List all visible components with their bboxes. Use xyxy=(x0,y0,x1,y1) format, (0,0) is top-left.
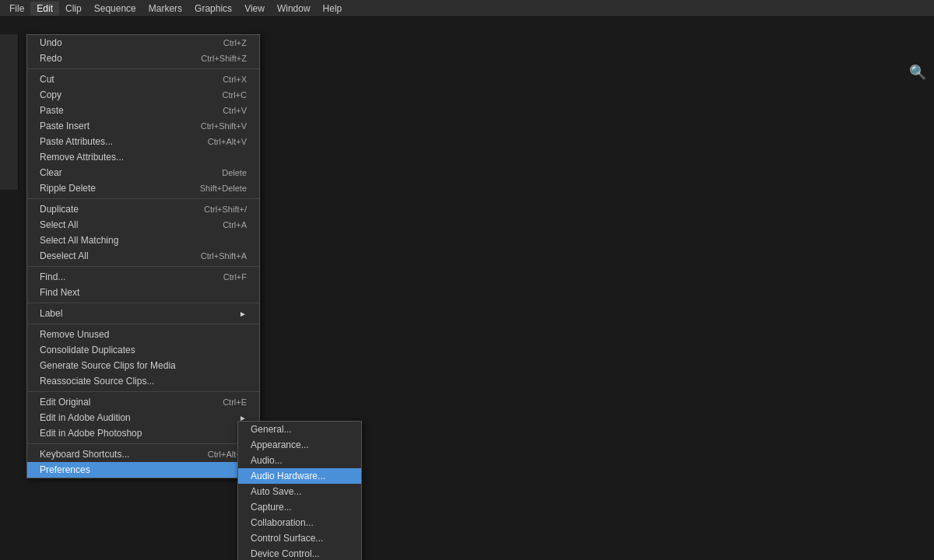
menu-markers[interactable]: Markers xyxy=(142,2,188,16)
pref-audio-hardware[interactable]: Audio Hardware... xyxy=(238,468,361,484)
menu-item-remove-attributes[interactable]: Remove Attributes... xyxy=(27,149,259,165)
left-panel xyxy=(0,34,19,190)
menu-item-remove-unused[interactable]: Remove Unused xyxy=(27,327,259,342)
menu-item-generate-source-clips[interactable]: Generate Source Clips for Media xyxy=(27,358,259,373)
separator-2 xyxy=(27,198,259,199)
separator-6 xyxy=(27,391,259,392)
menu-item-label[interactable]: Label ► xyxy=(27,306,259,321)
menu-item-cut[interactable]: Cut Ctrl+X xyxy=(27,72,259,87)
menu-item-keyboard-shortcuts[interactable]: Keyboard Shortcuts... Ctrl+Alt+K xyxy=(27,446,259,462)
pref-collaboration[interactable]: Collaboration... xyxy=(238,515,361,530)
menu-help[interactable]: Help xyxy=(317,2,349,16)
pref-device-control[interactable]: Device Control... xyxy=(238,546,361,560)
menu-item-reassociate-source-clips[interactable]: Reassociate Source Clips... xyxy=(27,373,259,389)
menu-item-select-all[interactable]: Select All Ctrl+A xyxy=(27,217,259,233)
separator-4 xyxy=(27,303,259,303)
menu-graphics[interactable]: Graphics xyxy=(188,2,238,16)
menu-item-paste-attributes[interactable]: Paste Attributes... Ctrl+Alt+V xyxy=(27,134,259,149)
menu-sequence[interactable]: Sequence xyxy=(88,2,142,16)
menu-item-consolidate-duplicates[interactable]: Consolidate Duplicates xyxy=(27,342,259,358)
pref-control-surface[interactable]: Control Surface... xyxy=(238,530,361,546)
main-area: 🔍 Undo Ctrl+Z Redo Ctrl+Shift+Z Cut Ctrl… xyxy=(0,17,934,560)
search-icon[interactable]: 🔍 xyxy=(909,64,926,81)
menu-item-edit-in-photoshop[interactable]: Edit in Adobe Photoshop xyxy=(27,425,259,441)
menu-item-edit-original[interactable]: Edit Original Ctrl+E xyxy=(27,394,259,410)
menu-item-redo[interactable]: Redo Ctrl+Shift+Z xyxy=(27,51,259,66)
menu-item-preferences[interactable]: Preferences ► xyxy=(27,462,259,478)
pref-audio[interactable]: Audio... xyxy=(238,453,361,468)
pref-appearance[interactable]: Appearance... xyxy=(238,437,361,453)
menu-item-edit-in-audition[interactable]: Edit in Adobe Audition ► xyxy=(27,410,259,425)
menu-item-duplicate[interactable]: Duplicate Ctrl+Shift+/ xyxy=(27,201,259,217)
menu-item-paste[interactable]: Paste Ctrl+V xyxy=(27,103,259,118)
edit-dropdown-menu: Undo Ctrl+Z Redo Ctrl+Shift+Z Cut Ctrl+X… xyxy=(26,34,260,478)
separator-5 xyxy=(27,324,259,324)
separator-3 xyxy=(27,266,259,267)
menu-item-copy[interactable]: Copy Ctrl+C xyxy=(27,87,259,103)
menu-file[interactable]: File xyxy=(3,2,30,16)
pref-capture[interactable]: Capture... xyxy=(238,499,361,515)
separator-1 xyxy=(27,68,259,69)
menu-edit[interactable]: Edit xyxy=(30,2,59,16)
menu-bar: File Edit Clip Sequence Markers Graphics… xyxy=(0,0,934,17)
pref-general[interactable]: General... xyxy=(238,422,361,437)
menu-item-find-next[interactable]: Find Next xyxy=(27,285,259,300)
menu-window[interactable]: Window xyxy=(271,2,317,16)
menu-view[interactable]: View xyxy=(238,2,271,16)
menu-item-find[interactable]: Find... Ctrl+F xyxy=(27,269,259,285)
separator-7 xyxy=(27,443,259,444)
menu-item-ripple-delete[interactable]: Ripple Delete Shift+Delete xyxy=(27,180,259,196)
pref-auto-save[interactable]: Auto Save... xyxy=(238,484,361,499)
menu-item-clear[interactable]: Clear Delete xyxy=(27,165,259,180)
menu-item-undo[interactable]: Undo Ctrl+Z xyxy=(27,35,259,51)
menu-item-deselect-all[interactable]: Deselect All Ctrl+Shift+A xyxy=(27,248,259,264)
menu-clip[interactable]: Clip xyxy=(59,2,88,16)
label-arrow-icon: ► xyxy=(239,310,247,318)
preferences-submenu: General... Appearance... Audio... Audio … xyxy=(237,421,362,560)
menu-item-paste-insert[interactable]: Paste Insert Ctrl+Shift+V xyxy=(27,118,259,134)
menu-item-select-all-matching[interactable]: Select All Matching xyxy=(27,233,259,248)
